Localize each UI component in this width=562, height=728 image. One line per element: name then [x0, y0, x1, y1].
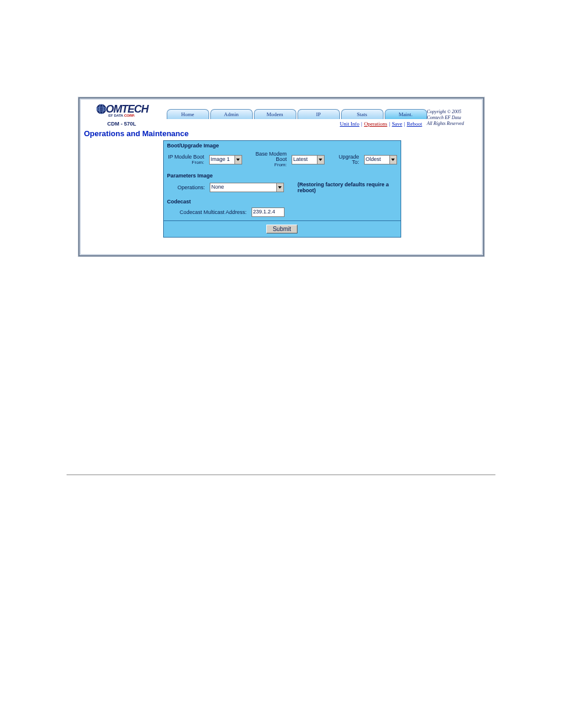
subnav-operations[interactable]: Operations — [364, 121, 388, 127]
upgrade-to-options-list: Oldest – overwrite the oldest firmware b… — [98, 392, 495, 401]
footer-doc-id: MN/CDM570L.IOM — [445, 477, 495, 484]
tab-ip[interactable]: IP — [297, 109, 340, 119]
codecast-address-input[interactable]: 239.1.2.4 — [252, 207, 285, 217]
globe-icon — [95, 103, 107, 115]
tab-maint[interactable]: Maint. — [385, 109, 427, 119]
tab-admin[interactable]: Admin — [210, 109, 253, 119]
codecast-address-label: Codecast Multicast Address: — [167, 210, 247, 215]
list-item: Oldest – overwrite the oldest firmware b… — [98, 392, 495, 401]
figure-caption: Figure 8-45. Maint (Maintenance) | Opera… — [0, 272, 562, 279]
paragraph-upgrade: Using Upgrade To:, select which installe… — [67, 376, 495, 385]
section-boot-title: Boot/Upgrade Image — [164, 141, 401, 150]
boot-from-options-list: Latest – boot the newest firmware load b… — [98, 332, 495, 369]
tab-home[interactable]: Home — [167, 109, 209, 119]
base-modem-boot-select[interactable]: Latest — [292, 155, 325, 164]
paragraph-intro: Using IP Module Boot From: and Base Mode… — [67, 307, 495, 325]
main-nav: Home Admin Modem IP Stats Maint. — [163, 107, 427, 119]
params-ops-label: Operations: — [167, 185, 205, 190]
upgrade-to-select[interactable]: Oldest — [364, 155, 397, 164]
list-item: Latest – boot the newest firmware load b… — [98, 332, 495, 341]
tab-stats[interactable]: Stats — [341, 109, 384, 119]
brand-logo: OMTECH — [95, 103, 148, 115]
page-title: Operations and Maintenance — [81, 127, 482, 140]
copyright: Copyright © 2005 Comtech EF Data All Rig… — [427, 107, 490, 127]
footer-page-number: 8–62 — [67, 477, 78, 484]
important-note-body: Care should be taken when using the "boo… — [67, 424, 495, 451]
subnav-reboot[interactable]: Reboot — [407, 121, 422, 127]
device-model: CDM - 570L — [107, 121, 136, 127]
sub-nav: Unit Info| Operations| Save| Reboot — [163, 119, 427, 127]
list-item: Image2 – boot the firmware loaded into t… — [98, 360, 495, 369]
tab-modem[interactable]: Modem — [254, 109, 296, 119]
upgrade-to-label: Upgrade To: — [334, 154, 359, 165]
submit-button[interactable]: Submit — [266, 225, 297, 233]
params-ops-select[interactable]: None — [210, 183, 284, 192]
section-heading: 8.3.5.6.2.1 Boot/Upgrade Image — [67, 292, 495, 300]
subnav-save[interactable]: Save — [392, 121, 402, 127]
section-params-title: Parameters Image — [164, 171, 401, 180]
list-item: Image1 – boot the firmware loaded into t… — [98, 346, 495, 355]
section-codecast-title: Codecast — [164, 197, 401, 206]
ip-module-boot-select[interactable]: Image 1 — [209, 155, 242, 164]
important-note-heading: Important Note — [67, 410, 495, 417]
params-note: (Restoring factory defaults require a re… — [297, 182, 397, 193]
brand-subtext: EF DATA CORP. — [108, 114, 135, 117]
ip-module-boot-label: IP Module BootFrom: — [167, 154, 204, 165]
subnav-unit-info[interactable]: Unit Info — [340, 121, 359, 127]
base-modem-boot-label: Base Modem BootFrom: — [247, 151, 287, 167]
